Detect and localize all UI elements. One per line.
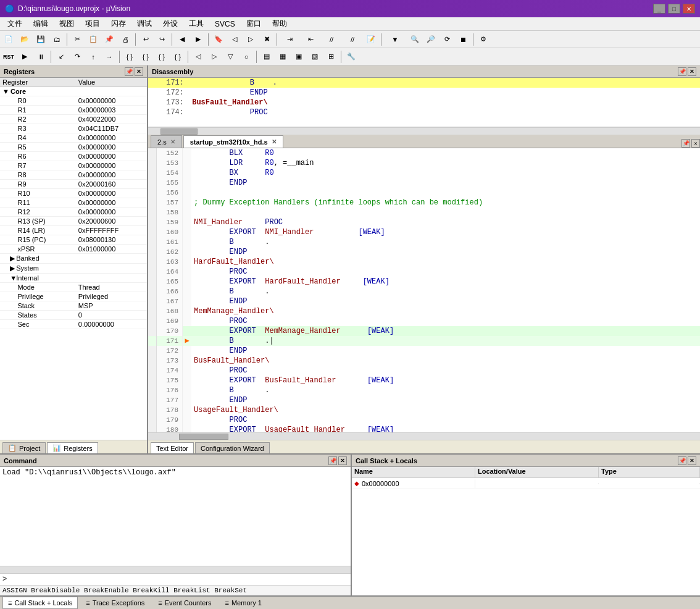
clear-breakpoints[interactable]: { } (154, 50, 169, 64)
disassembly-pin[interactable]: 📌 (678, 67, 686, 76)
step-out-button[interactable]: ↑ (86, 50, 101, 64)
callstack-pin[interactable]: 📌 (678, 456, 686, 465)
option-btn[interactable]: ⚙ (476, 33, 491, 46)
bottom-tab-events[interactable]: ≡ Event Counters (152, 597, 217, 609)
cut-button[interactable]: ✂ (70, 33, 85, 46)
gutter-178 (148, 405, 157, 415)
save-button[interactable]: 💾 (33, 33, 48, 46)
gutter-164 (148, 267, 157, 277)
menu-flash[interactable]: 闪存 (106, 17, 131, 30)
tab-2s[interactable]: 2.s ✕ (151, 135, 182, 148)
dbg-btn-4[interactable]: ○ (239, 50, 254, 64)
disassembly-scroll-thumb[interactable] (160, 128, 198, 135)
dbg-btn-3[interactable]: ▽ (223, 50, 238, 64)
menu-project[interactable]: 项目 (80, 17, 105, 30)
toggle-comment[interactable]: // (322, 33, 341, 46)
registers-close[interactable]: ✕ (135, 67, 143, 76)
tab-2s-close[interactable]: ✕ (170, 138, 175, 145)
code-editor[interactable]: 152 BLX R0 153 LDR R0, =__main 1 (148, 148, 700, 432)
disassembly-h-scroll[interactable] (148, 127, 700, 135)
window-btn-3[interactable]: ▣ (291, 50, 306, 64)
undo-button[interactable]: ↩ (138, 33, 153, 46)
menu-debug[interactable]: 调试 (132, 17, 157, 30)
insert-template[interactable]: 📝 (364, 33, 378, 46)
copy-button[interactable]: 📋 (86, 33, 101, 46)
build-dropdown[interactable]: ▼ (384, 33, 406, 46)
save-all-button[interactable]: 🗂 (49, 33, 64, 46)
menu-edit[interactable]: 编辑 (28, 17, 53, 30)
close-button[interactable]: ✕ (683, 4, 695, 14)
bookmark-button[interactable]: 🔖 (211, 33, 226, 46)
replace-button[interactable]: ⟳ (440, 33, 454, 46)
paste-button[interactable]: 📌 (102, 33, 117, 46)
window-btn-5[interactable]: ⊞ (323, 50, 338, 64)
callstack-close[interactable]: ✕ (688, 456, 696, 465)
command-input-area[interactable]: > (0, 573, 351, 585)
tab-startup[interactable]: startup_stm32f10x_hd.s ✕ (183, 135, 283, 148)
maximize-button[interactable]: □ (668, 4, 680, 14)
step-over-button[interactable]: ↷ (70, 50, 85, 64)
window-btn-2[interactable]: ▦ (275, 50, 290, 64)
core-expand-icon[interactable]: ▼ (2, 88, 9, 95)
bottom-tab-memory[interactable]: ≡ Memory 1 (220, 597, 267, 609)
editor-pin[interactable]: 📌 (681, 139, 690, 148)
command-pin[interactable]: 📌 (328, 456, 337, 465)
menu-window[interactable]: 窗口 (241, 17, 266, 30)
stop-button[interactable]: ⏸ (33, 50, 48, 64)
menu-tools[interactable]: 工具 (184, 17, 209, 30)
goto-prev[interactable]: ◁ (191, 50, 206, 64)
run-button[interactable]: ▶ (17, 50, 32, 64)
minimize-button[interactable]: _ (653, 4, 665, 14)
registers-tab[interactable]: 📊 Registers (47, 442, 98, 453)
menu-view[interactable]: 视图 (54, 17, 79, 30)
uncomment[interactable]: // (343, 33, 362, 46)
cs-row-name: 0x00000000 (362, 480, 399, 487)
rst-button[interactable]: RST (1, 50, 16, 64)
tools-button[interactable]: 🔧 (344, 50, 359, 64)
bottom-tab-trace[interactable]: ≡ Trace Exceptions (80, 597, 150, 609)
menu-file[interactable]: 文件 (2, 17, 27, 30)
config-wizard-tab[interactable]: Configuration Wizard (195, 442, 270, 453)
text-editor-tab[interactable]: Text Editor (151, 442, 194, 453)
stop-build[interactable]: ⏹ (456, 33, 470, 46)
clear-bookmarks[interactable]: ✖ (259, 33, 274, 46)
command-h-scroll[interactable] (0, 566, 351, 573)
tab-startup-close[interactable]: ✕ (272, 138, 277, 145)
menu-svcs[interactable]: SVCS (210, 19, 240, 30)
window-btn-1[interactable]: ▤ (259, 50, 274, 64)
code-line-177: 177 ENDP (148, 395, 700, 405)
disassembly-close[interactable]: ✕ (688, 67, 696, 76)
next-bookmark[interactable]: ▷ (243, 33, 258, 46)
code-h-scroll[interactable] (148, 432, 700, 440)
command-input[interactable] (7, 575, 348, 584)
indent-button[interactable]: ⇥ (280, 33, 299, 46)
toggle-breakpoint[interactable]: { } (138, 50, 153, 64)
redo-button[interactable]: ↪ (154, 33, 169, 46)
bottom-tab-callstack[interactable]: ≡ Call Stack + Locals (2, 597, 78, 609)
window-btn-4[interactable]: ▧ (307, 50, 322, 64)
show-code[interactable]: { } (122, 50, 137, 64)
step-in-button[interactable]: ↙ (54, 50, 69, 64)
registers-pin[interactable]: 📌 (125, 67, 133, 76)
enable-breakpoints[interactable]: { } (170, 50, 185, 64)
forward-button[interactable]: ▶ (191, 33, 206, 46)
find-button[interactable]: 🔎 (423, 33, 438, 46)
reg-name-Sec: Sec (0, 320, 76, 329)
text-editor-tab-label: Text Editor (156, 445, 188, 452)
gutter2-166 (183, 287, 191, 296)
command-close[interactable]: ✕ (338, 456, 347, 465)
code-scroll-thumb[interactable] (179, 434, 228, 440)
run-to-cursor[interactable]: → (102, 50, 117, 64)
search-button[interactable]: 🔍 (407, 33, 422, 46)
dbg-btn-2[interactable]: ▷ (207, 50, 222, 64)
menu-peripheral[interactable]: 外设 (158, 17, 183, 30)
prev-bookmark[interactable]: ◁ (227, 33, 242, 46)
new-button[interactable]: 📄 (1, 33, 16, 46)
back-button[interactable]: ◀ (175, 33, 190, 46)
print-button[interactable]: 🖨 (118, 33, 133, 46)
project-tab[interactable]: 📋 Project (2, 442, 46, 453)
outdent-button[interactable]: ⇤ (301, 33, 320, 46)
menu-help[interactable]: 帮助 (267, 17, 292, 30)
editor-close[interactable]: ✕ (691, 139, 700, 148)
open-button[interactable]: 📂 (17, 33, 32, 46)
